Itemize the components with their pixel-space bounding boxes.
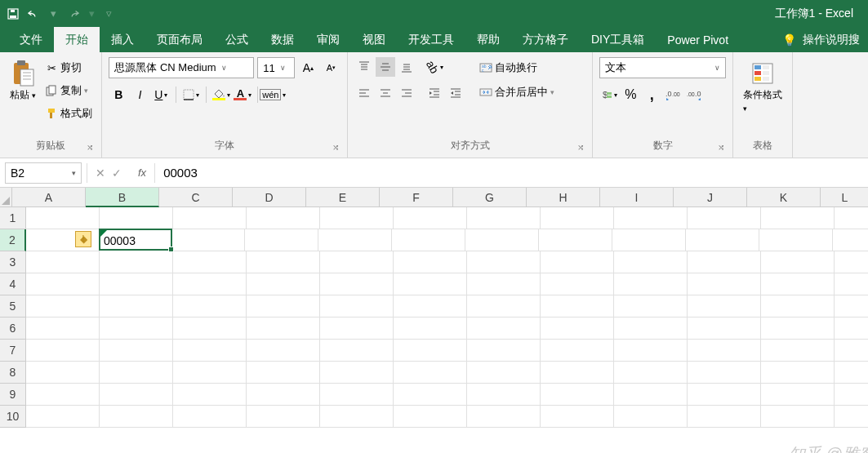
svg-rect-9 xyxy=(184,90,194,100)
font-dialog-launcher-icon[interactable]: ⤭ xyxy=(332,143,344,154)
row-header[interactable]: 8 xyxy=(0,362,26,384)
align-bottom-icon[interactable] xyxy=(397,57,416,77)
row-header[interactable]: 4 xyxy=(0,273,26,295)
col-header[interactable]: F xyxy=(380,188,453,207)
align-dialog-launcher-icon[interactable]: ⤭ xyxy=(577,143,589,154)
tab-review[interactable]: 审阅 xyxy=(305,27,351,52)
svg-rect-42 xyxy=(480,89,492,95)
fill-handle[interactable] xyxy=(168,246,174,252)
row-header[interactable]: 6 xyxy=(0,318,26,340)
paste-button[interactable]: 粘贴 ▾ xyxy=(7,57,39,105)
cancel-formula-icon[interactable]: ✕ xyxy=(96,167,105,180)
clipboard-dialog-launcher-icon[interactable]: ⤭ xyxy=(87,143,98,154)
col-header[interactable]: K xyxy=(747,188,821,207)
increase-font-icon[interactable]: A▴ xyxy=(298,58,318,78)
tab-file[interactable]: 文件 xyxy=(8,27,54,52)
customize-qat-icon[interactable]: ▿ xyxy=(106,7,112,20)
decrease-decimal-icon[interactable]: .00.0 xyxy=(684,85,704,104)
enter-formula-icon[interactable]: ✓ xyxy=(112,167,122,180)
row-header[interactable]: 5 xyxy=(0,295,26,318)
decrease-font-icon[interactable]: A▾ xyxy=(321,58,341,78)
col-header[interactable]: H xyxy=(527,188,600,207)
row-header[interactable]: 7 xyxy=(0,340,26,362)
merge-center-button[interactable]: 合并后居中 ▾ xyxy=(477,82,557,103)
align-left-icon[interactable] xyxy=(354,83,374,103)
percent-button[interactable]: % xyxy=(621,85,640,104)
font-name-select[interactable]: 思源黑体 CN Medium∨ xyxy=(109,57,254,78)
wrap-text-button[interactable]: abc自动换行 xyxy=(477,57,557,78)
tab-view[interactable]: 视图 xyxy=(351,27,397,52)
border-button[interactable]: ▾ xyxy=(181,85,201,104)
select-all-corner[interactable] xyxy=(0,188,12,207)
tab-diy[interactable]: DIY工具箱 xyxy=(580,27,656,52)
tab-data[interactable]: 数据 xyxy=(260,27,305,52)
row-header[interactable]: 10 xyxy=(0,406,26,428)
cell-value: 00003 xyxy=(104,234,136,247)
col-header[interactable]: C xyxy=(159,188,233,207)
cell-selected[interactable]: 00003 xyxy=(99,229,172,251)
copy-button[interactable]: 复制 ▾ xyxy=(42,80,95,101)
cell[interactable]: ◆! xyxy=(26,229,100,251)
row-header[interactable]: 2 xyxy=(0,229,26,251)
svg-text:.0: .0 xyxy=(665,90,672,98)
cells-area[interactable]: ◆! 00003 知乎 @雅客 xyxy=(26,207,868,453)
dropdown-icon[interactable]: ▾ xyxy=(89,7,95,20)
tell-me-label[interactable]: 操作说明搜 xyxy=(803,33,860,47)
fx-icon[interactable]: fx xyxy=(130,167,154,179)
increase-indent-icon[interactable] xyxy=(446,83,465,103)
col-header[interactable]: L xyxy=(821,188,868,207)
align-center-icon[interactable] xyxy=(376,83,395,103)
align-right-icon[interactable] xyxy=(397,83,416,103)
number-dialog-launcher-icon[interactable]: ⤭ xyxy=(718,143,729,154)
italic-button[interactable]: I xyxy=(130,85,149,104)
dropdown-icon[interactable]: ▾ xyxy=(51,7,56,20)
underline-button[interactable]: U▾ xyxy=(151,85,171,104)
undo-icon[interactable] xyxy=(28,7,41,20)
cut-button[interactable]: ✂剪切 xyxy=(42,57,95,78)
redo-icon[interactable] xyxy=(66,7,79,20)
phonetic-button[interactable]: wén▾ xyxy=(263,85,283,104)
conditional-format-button[interactable]: 条件格式▾ xyxy=(740,57,786,117)
bold-button[interactable]: B xyxy=(109,85,128,104)
comma-button[interactable]: , xyxy=(642,85,661,104)
orientation-button[interactable]: ab▾ xyxy=(425,57,444,77)
save-icon[interactable] xyxy=(7,7,20,20)
quick-access-toolbar: ▾ ▾ ▿ xyxy=(7,7,114,20)
currency-button[interactable]: $▾ xyxy=(599,85,619,104)
copy-icon xyxy=(45,84,58,97)
font-color-button[interactable]: A▾ xyxy=(233,85,252,104)
row-header[interactable]: 1 xyxy=(0,207,26,229)
error-triangle-icon xyxy=(100,230,107,237)
tab-fanggezi[interactable]: 方方格子 xyxy=(511,27,580,52)
fill-color-button[interactable]: ▾ xyxy=(211,85,231,104)
tab-developer[interactable]: 开发工具 xyxy=(397,27,465,52)
error-indicator-icon[interactable]: ◆! xyxy=(75,231,91,247)
align-top-icon[interactable] xyxy=(354,57,374,77)
increase-decimal-icon[interactable]: .0.00 xyxy=(663,85,683,104)
tab-formulas[interactable]: 公式 xyxy=(214,27,260,52)
decrease-indent-icon[interactable] xyxy=(425,83,444,103)
align-middle-icon[interactable] xyxy=(376,57,395,77)
row-header[interactable]: 3 xyxy=(0,251,26,273)
tab-powerpivot[interactable]: Power Pivot xyxy=(656,27,740,52)
tab-insert[interactable]: 插入 xyxy=(100,27,145,52)
svg-rect-53 xyxy=(754,77,761,81)
number-format-select[interactable]: 文本∨ xyxy=(599,57,726,78)
svg-rect-5 xyxy=(20,69,33,86)
col-header[interactable]: G xyxy=(453,188,527,207)
formula-input[interactable]: 00003 xyxy=(155,166,868,180)
col-header[interactable]: E xyxy=(306,188,380,207)
name-box[interactable]: B2▾ xyxy=(5,162,82,184)
col-header[interactable]: B xyxy=(86,188,159,207)
format-painter-button[interactable]: 格式刷 xyxy=(42,103,95,124)
col-header[interactable]: J xyxy=(674,188,747,207)
tab-home[interactable]: 开始 xyxy=(54,27,100,52)
font-size-select[interactable]: 11∨ xyxy=(257,57,295,78)
row-header[interactable]: 9 xyxy=(0,384,26,406)
tab-help[interactable]: 帮助 xyxy=(465,27,511,52)
wrap-icon: abc xyxy=(479,61,492,74)
col-header[interactable]: I xyxy=(600,188,674,207)
col-header[interactable]: A xyxy=(12,188,86,207)
tab-page-layout[interactable]: 页面布局 xyxy=(145,27,214,52)
col-header[interactable]: D xyxy=(233,188,306,207)
